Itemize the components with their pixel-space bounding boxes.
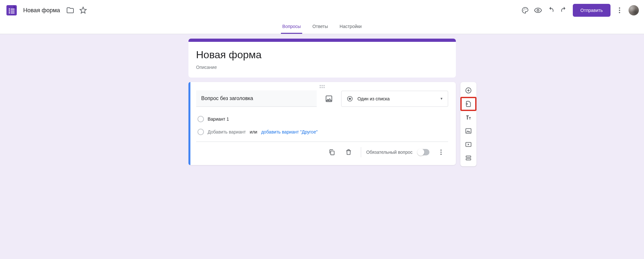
form-title[interactable]: Новая форма [196,49,448,61]
tabs: Вопросы Ответы Настройки [0,21,644,34]
required-label: Обязательный вопрос [366,150,413,155]
add-image-icon[interactable] [461,125,476,137]
question-title-input[interactable] [196,90,317,107]
svg-point-2 [9,8,10,10]
delete-icon[interactable] [341,145,356,159]
undo-icon[interactable] [544,4,557,17]
header: Новая форма Отправить Вопросы Ответы Нас… [0,0,644,34]
send-button[interactable]: Отправить [573,4,610,17]
add-title-icon[interactable] [461,111,476,124]
drag-handle-icon[interactable] [188,82,456,90]
side-toolbar [460,82,476,166]
forms-logo-icon[interactable] [5,4,18,17]
option-row[interactable]: Вариант 1 [196,116,448,122]
svg-rect-24 [466,156,471,158]
form-description[interactable]: Описание [196,65,448,70]
radio-icon [346,95,354,103]
svg-point-12 [619,7,620,9]
svg-rect-5 [11,11,14,12]
svg-point-20 [440,154,442,155]
header-toolbar: Новая форма Отправить [0,0,644,21]
svg-point-4 [9,10,10,12]
question-more-icon[interactable] [434,145,448,159]
form-header-card[interactable]: Новая форма Описание [188,39,456,78]
svg-rect-7 [11,13,14,14]
svg-point-19 [440,152,442,153]
tab-settings[interactable]: Настройки [338,21,363,34]
radio-placeholder-icon [197,129,204,135]
required-toggle[interactable] [417,149,429,155]
or-text: или [250,129,257,134]
svg-point-16 [349,97,351,100]
question-type-label: Один из списка [358,96,436,101]
svg-rect-3 [11,9,14,10]
chevron-down-icon: ▼ [440,97,443,100]
svg-point-8 [523,10,524,10]
separator [361,147,361,157]
svg-point-13 [619,10,620,11]
user-avatar[interactable] [629,5,639,15]
star-icon[interactable] [77,4,90,17]
question-type-select[interactable]: Один из списка ▼ [341,91,448,107]
import-questions-icon[interactable] [461,97,476,110]
duplicate-icon[interactable] [325,145,339,159]
svg-point-6 [9,12,10,14]
svg-rect-22 [466,129,471,134]
palette-icon[interactable] [519,4,532,17]
radio-placeholder-icon [197,116,204,122]
question-footer: Обязательный вопрос [196,142,448,159]
question-card[interactable]: Один из списка ▼ Вариант 1 Добавить вари… [188,82,456,165]
add-option-row: Добавить вариант или добавить вариант "Д… [196,129,448,135]
add-section-icon[interactable] [461,152,476,164]
document-title[interactable]: Новая форма [23,7,60,14]
svg-rect-0 [6,5,17,15]
svg-point-10 [525,9,526,9]
tab-questions[interactable]: Вопросы [281,21,302,34]
svg-rect-25 [466,159,471,160]
add-question-icon[interactable] [461,84,476,97]
add-option-text[interactable]: Добавить вариант [208,129,246,134]
svg-point-18 [440,150,442,151]
main-area: Новая форма Описание [0,34,644,178]
preview-icon[interactable] [532,4,544,17]
add-other-link[interactable]: добавить вариант "Другое" [261,129,318,134]
tab-answers[interactable]: Ответы [311,21,329,34]
add-video-icon[interactable] [461,138,476,151]
more-icon[interactable] [613,4,626,17]
add-question-image-icon[interactable] [322,92,335,105]
option-label[interactable]: Вариант 1 [208,116,229,122]
redo-icon[interactable] [557,4,570,17]
svg-point-14 [619,12,620,13]
svg-point-11 [537,9,539,11]
svg-point-9 [524,8,525,9]
folder-icon[interactable] [64,4,77,17]
svg-rect-17 [331,151,334,155]
